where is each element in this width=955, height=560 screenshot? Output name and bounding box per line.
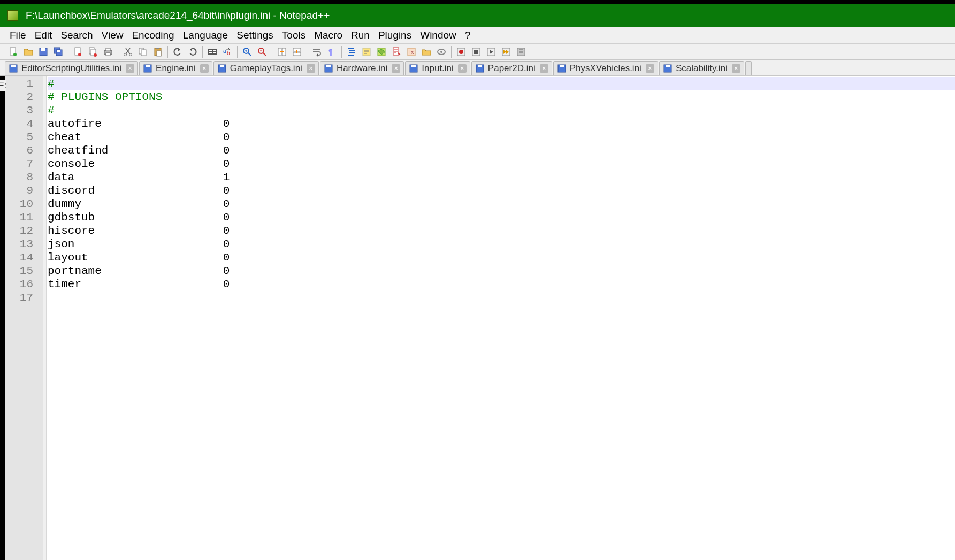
line-number: 15 <box>5 264 33 278</box>
titlebar[interactable]: F:\Launchbox\Emulators\arcade214_64bit\i… <box>0 4 955 27</box>
line-number-gutter[interactable]: 1234567891011121314151617 <box>5 76 43 560</box>
menu-help[interactable]: ? <box>461 28 475 42</box>
line-number: 5 <box>5 131 33 144</box>
sync-v-icon[interactable] <box>275 45 289 58</box>
function-list-icon[interactable]: fx <box>404 45 418 58</box>
zoom-in-icon[interactable] <box>240 45 254 58</box>
indent-guide-icon[interactable] <box>345 45 358 58</box>
code-line: # PLUGINS OPTIONS <box>48 90 955 104</box>
paste-icon[interactable] <box>151 45 165 58</box>
menu-encoding[interactable]: Encoding <box>127 28 178 42</box>
file-saved-icon <box>324 64 333 73</box>
udl-icon[interactable] <box>360 45 373 58</box>
save-macro-icon[interactable] <box>514 45 528 58</box>
menu-settings[interactable]: Settings <box>232 28 278 42</box>
show-all-chars-icon[interactable]: ¶ <box>325 45 339 58</box>
code-line: # <box>48 104 955 117</box>
tab-label: PhysXVehicles.ini <box>570 63 641 74</box>
tab-gameplaytags-ini[interactable]: GameplayTags.ini× <box>213 61 319 75</box>
toolbar-sep <box>167 46 168 58</box>
line-number: 2 <box>5 90 33 104</box>
tab-close-icon[interactable]: × <box>458 64 467 73</box>
toolbar-sep <box>202 46 203 58</box>
tab-label: Scalability.ini <box>676 63 728 74</box>
cut-icon[interactable] <box>121 45 135 58</box>
tab-paper2d-ini[interactable]: Paper2D.ini× <box>471 61 552 75</box>
menu-run[interactable]: Run <box>347 28 374 42</box>
doc-map-icon[interactable] <box>375 45 388 58</box>
menu-edit[interactable]: Edit <box>30 28 57 42</box>
svg-rect-68 <box>411 65 416 67</box>
svg-rect-72 <box>560 65 564 67</box>
file-saved-icon <box>663 64 673 73</box>
save-icon[interactable] <box>36 45 50 58</box>
tab-editorscriptingutilities-ini[interactable]: EditorScriptingUtilities.ini× <box>5 61 138 75</box>
line-number: 4 <box>5 117 33 131</box>
play-multi-macro-icon[interactable] <box>499 45 513 58</box>
side-label: F: <box>0 80 6 91</box>
svg-rect-25 <box>213 50 216 51</box>
new-file-icon[interactable] <box>6 45 20 58</box>
close-icon[interactable] <box>71 45 85 58</box>
close-all-icon[interactable] <box>86 45 100 58</box>
menu-search[interactable]: Search <box>56 28 97 42</box>
svg-rect-74 <box>666 65 670 67</box>
menu-macro[interactable]: Macro <box>310 28 347 42</box>
line-number: 16 <box>5 278 33 291</box>
save-all-icon[interactable] <box>51 45 65 58</box>
text-editor-area[interactable]: ## PLUGINS OPTIONS#autofire 0cheat 0chea… <box>47 76 955 560</box>
open-file-icon[interactable] <box>21 45 35 58</box>
monitor-icon[interactable] <box>434 45 448 58</box>
svg-rect-14 <box>106 53 110 56</box>
tab-close-icon[interactable]: × <box>126 64 134 73</box>
tab-close-icon[interactable]: × <box>540 64 548 73</box>
code-line: console 0 <box>48 157 955 171</box>
tab-hardware-ini[interactable]: Hardware.ini× <box>320 61 404 75</box>
file-saved-icon <box>9 64 18 73</box>
doc-list-icon[interactable] <box>389 45 403 58</box>
menu-view[interactable]: View <box>97 28 128 42</box>
record-macro-icon[interactable] <box>454 45 468 58</box>
folder-workspace-icon[interactable] <box>419 45 433 58</box>
tab-close-icon[interactable]: × <box>392 64 400 73</box>
svg-rect-66 <box>326 65 331 67</box>
tabbar: EditorScriptingUtilities.ini×Engine.ini×… <box>0 60 955 76</box>
redo-icon[interactable] <box>186 45 200 58</box>
replace-icon[interactable]: ab <box>220 45 234 58</box>
tab-input-ini[interactable]: Input.ini× <box>405 61 470 75</box>
tab-physxvehicles-ini[interactable]: PhysXVehicles.ini× <box>553 61 658 75</box>
line-number: 12 <box>5 224 33 237</box>
menu-file[interactable]: File <box>5 28 30 42</box>
menu-window[interactable]: Window <box>416 28 461 42</box>
wordwrap-icon[interactable] <box>310 45 324 58</box>
line-number: 9 <box>5 184 33 197</box>
file-saved-icon <box>217 64 227 73</box>
sync-h-icon[interactable] <box>290 45 304 58</box>
stop-macro-icon[interactable] <box>469 45 483 58</box>
play-macro-icon[interactable] <box>484 45 498 58</box>
copy-icon[interactable] <box>136 45 150 58</box>
zoom-out-icon[interactable] <box>255 45 269 58</box>
svg-rect-23 <box>209 50 212 51</box>
menu-tools[interactable]: Tools <box>278 28 310 42</box>
toolbar-sep <box>341 46 342 58</box>
tab-close-icon[interactable]: × <box>732 64 740 73</box>
tab-close-icon[interactable]: × <box>646 64 654 73</box>
tab-engine-ini[interactable]: Engine.ini× <box>139 61 212 75</box>
line-number: 17 <box>5 291 33 304</box>
svg-rect-62 <box>146 65 150 67</box>
line-number: 8 <box>5 171 33 184</box>
tab-close-icon[interactable]: × <box>200 64 209 73</box>
tab-close-icon[interactable]: × <box>307 64 315 73</box>
undo-icon[interactable] <box>171 45 185 58</box>
svg-text:fx: fx <box>409 49 414 55</box>
svg-rect-70 <box>478 65 482 67</box>
find-icon[interactable] <box>205 45 219 58</box>
print-icon[interactable] <box>101 45 115 58</box>
tab-overflow[interactable] <box>745 61 752 75</box>
tab-scalability-ini[interactable]: Scalability.ini× <box>659 61 744 75</box>
menu-language[interactable]: Language <box>179 28 233 42</box>
file-saved-icon <box>475 64 485 73</box>
menu-plugins[interactable]: Plugins <box>374 28 416 42</box>
code-line: timer 0 <box>48 278 955 291</box>
